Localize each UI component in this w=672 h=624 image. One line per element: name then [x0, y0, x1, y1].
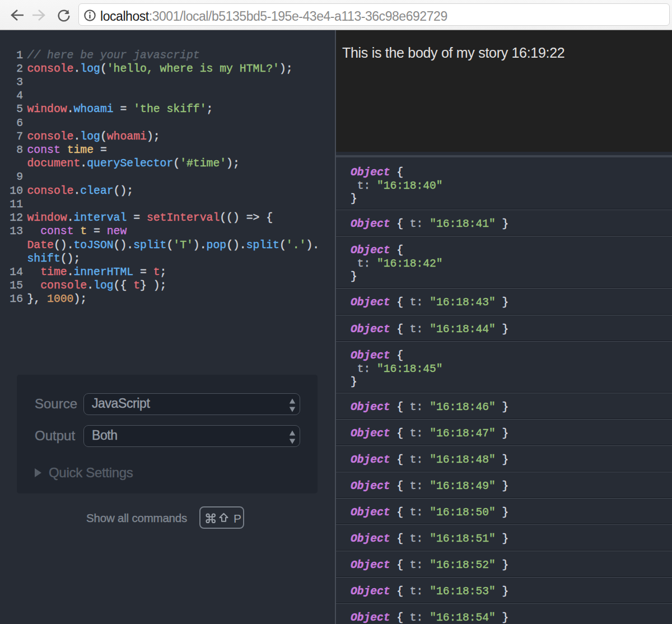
svg-text:P: P	[234, 512, 241, 525]
